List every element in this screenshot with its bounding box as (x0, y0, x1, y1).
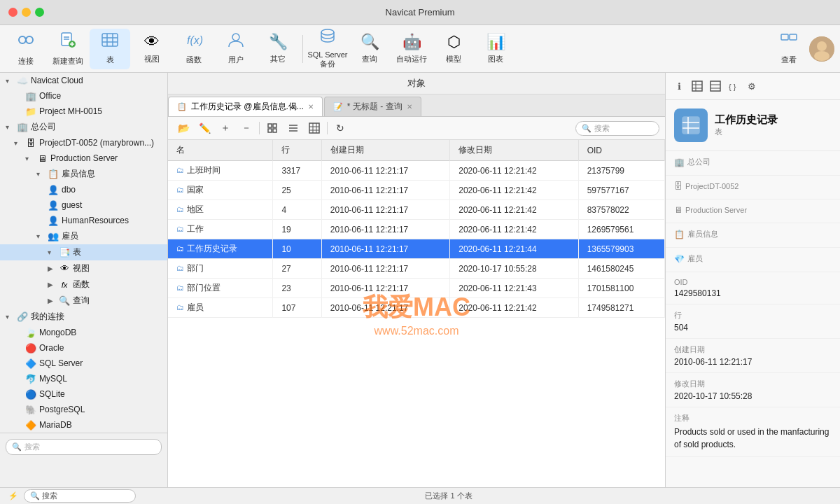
sidebar-item-navicat-cloud[interactable]: ▾ ☁️ Navicat Cloud (0, 73, 167, 88)
sidebar-item-query[interactable]: ▶ 🔍 查询 (0, 293, 167, 309)
table-row[interactable]: 🗂雇员 107 2010-06-11 12:21:17 2020-06-11 1… (168, 298, 665, 318)
sidebar-item-table[interactable]: ▾ 📑 表 (0, 244, 167, 260)
rp-tab-info[interactable]: ℹ (671, 78, 687, 94)
sidebar-item-mariadb[interactable]: 🔶 MariaDB (0, 417, 167, 433)
sidebar-item-oracle[interactable]: 🔴 Oracle (0, 340, 167, 356)
sidebar-item-mysql[interactable]: 🐬 MySQL (0, 371, 167, 386)
col-name: 名 (168, 140, 273, 161)
add-button[interactable]: ＋ (216, 120, 235, 136)
connect-label: 连接 (18, 56, 34, 66)
svg-rect-26 (273, 129, 276, 132)
sqlserver-backup-button[interactable]: SQL Server 备份 (307, 29, 348, 69)
col-modified: 修改日期 (450, 140, 578, 161)
table-row[interactable]: 🗂工作历史记录 10 2010-06-11 12:21:17 2020-06-1… (168, 239, 665, 259)
table-row[interactable]: 🗂部门 27 2010-06-11 12:21:17 2020-10-17 10… (168, 259, 665, 279)
chart-button[interactable]: 📊 图表 (475, 29, 516, 69)
cell-name: 🗂部门位置 (168, 279, 273, 298)
sidebar-item-company[interactable]: ▾ 🏢 总公司 (0, 119, 167, 135)
statusbar-search[interactable]: 🔍 搜索 (24, 489, 136, 503)
rp-tab-ddl[interactable]: { } (726, 78, 741, 94)
sidebar-item-sqlserver[interactable]: 🔷 SQL Server (0, 356, 167, 371)
table-search-box[interactable]: 🔍 搜索 (575, 121, 659, 136)
table-header-row: 名 行 创建日期 修改日期 OID (168, 140, 665, 161)
connect-button[interactable]: 连接 (6, 29, 46, 69)
mysql-label: MySQL (39, 374, 67, 384)
auto-run-button[interactable]: 🤖 自动运行 (391, 29, 432, 69)
open-folder-button[interactable]: 📂 (174, 120, 193, 136)
sidebar-search[interactable]: 🔍 搜索 (6, 439, 162, 455)
query-button[interactable]: 🔍 查询 (349, 29, 390, 69)
rp-tab-col[interactable] (708, 78, 723, 94)
svg-point-17 (321, 29, 334, 35)
other-button[interactable]: 🔧 其它 (258, 29, 298, 69)
svg-rect-24 (273, 124, 276, 127)
cell-name: 🗂国家 (168, 181, 273, 200)
svg-point-22 (814, 51, 830, 61)
expand-arrow: ▶ (48, 265, 56, 272)
tab-untitled-label: * 无标题 - 查询 (347, 101, 402, 113)
refresh-button[interactable]: ↻ (330, 120, 350, 136)
maximize-button[interactable] (35, 8, 44, 17)
sqlite-label: SQLite (39, 389, 65, 399)
sqlserver-label: SQL Server (39, 358, 83, 368)
view-button[interactable]: 👁 视图 (132, 29, 172, 69)
table-row[interactable]: 🗂上班时间 3317 2010-06-11 12:21:17 2020-06-1… (168, 161, 665, 181)
minimize-button[interactable] (22, 8, 31, 17)
cell-modified: 2020-10-17 10:55:28 (450, 259, 578, 279)
sidebar-item-my-connections[interactable]: ▾ 🔗 我的连接 (0, 309, 167, 325)
table-row[interactable]: 🗂国家 25 2010-06-11 12:21:17 2020-06-11 12… (168, 181, 665, 200)
delete-button[interactable]: － (237, 120, 256, 136)
new-query-button[interactable]: 新建查询 (48, 29, 88, 69)
sidebar-item-office[interactable]: 🏢 Office (0, 88, 167, 104)
sidebar-item-humanresources[interactable]: 👤 HumanResources (0, 213, 167, 228)
tab-history[interactable]: 📋 工作历史记录 @雇员信息.偈... ✕ (168, 97, 323, 116)
view-toggle-button[interactable]: 查看 (769, 29, 809, 69)
table-row[interactable]: 🗂工作 19 2010-06-11 12:21:17 2020-06-11 12… (168, 220, 665, 239)
sidebar-item-projectdt0052[interactable]: ▾ 🗄 ProjectDT-0052 (marybrown...) (0, 135, 167, 150)
svg-rect-30 (309, 123, 319, 133)
sidebar-item-production-server[interactable]: ▾ 🖥 Production Server (0, 150, 167, 166)
svg-text:{ }: { } (729, 83, 736, 91)
sidebar-item-project-mh0015[interactable]: 📁 Project MH-0015 (0, 104, 167, 119)
user-button[interactable]: 用户 (216, 29, 256, 69)
server-label: Production Server (50, 153, 118, 163)
new-query-icon (59, 31, 77, 53)
tab-untitled[interactable]: 📝 * 无标题 - 查询 ✕ (324, 97, 421, 116)
view-icon: 👁 (144, 33, 160, 51)
sidebar-item-sqlite[interactable]: 🔵 SQLite (0, 386, 167, 402)
table-button[interactable]: 表 (90, 29, 130, 69)
close-button[interactable] (8, 8, 18, 17)
expand-arrow: ▾ (6, 313, 14, 321)
mongodb-icon: 🍃 (25, 327, 36, 338)
sidebar-item-dbo[interactable]: 👤 dbo (0, 182, 167, 197)
sidebar-item-employee[interactable]: ▾ 👥 雇员 (0, 228, 167, 244)
tab-history-icon: 📋 (177, 102, 187, 111)
sidebar-item-function[interactable]: ▶ fx 函数 (0, 276, 167, 293)
cell-modified: 2020-06-11 12:21:42 (450, 200, 578, 220)
sidebar-item-postgresql[interactable]: 🐘 PostgreSQL (0, 402, 167, 417)
rp-tab-table[interactable] (690, 78, 705, 94)
query-node-label: 查询 (73, 295, 90, 307)
rp-name-area: 工作历史记录 表 (715, 113, 778, 137)
sidebar-item-guest[interactable]: 👤 guest (0, 197, 167, 213)
edit-button[interactable]: ✏️ (195, 120, 214, 136)
rp-tab-settings[interactable]: ⚙ (744, 78, 760, 94)
sidebar-item-schema[interactable]: ▾ 📋 雇员信息 (0, 166, 167, 182)
filter3-button[interactable] (304, 120, 324, 136)
filter2-button[interactable] (284, 120, 303, 136)
filter1-button[interactable] (262, 120, 282, 136)
table-row[interactable]: 🗂地区 4 2010-06-11 12:21:17 2020-06-11 12:… (168, 200, 665, 220)
main-area: ▾ ☁️ Navicat Cloud 🏢 Office 📁 Project MH… (0, 73, 840, 487)
cell-name: 🗂地区 (168, 200, 273, 220)
table-label: 表 (106, 55, 114, 65)
tab-untitled-close[interactable]: ✕ (407, 103, 412, 111)
function-button[interactable]: f(x) 函数 (174, 29, 214, 69)
sidebar-item-mongodb[interactable]: 🍃 MongoDB (0, 325, 167, 340)
tab-history-close[interactable]: ✕ (308, 103, 314, 111)
table-row[interactable]: 🗂部门位置 23 2010-06-11 12:21:17 2020-06-11 … (168, 279, 665, 298)
auto-run-icon: 🤖 (402, 33, 421, 51)
sqlite-icon: 🔵 (25, 388, 36, 400)
model-button[interactable]: ⬡ 模型 (433, 29, 474, 69)
svg-rect-35 (692, 81, 702, 91)
sidebar-item-view[interactable]: ▶ 👁 视图 (0, 260, 167, 276)
